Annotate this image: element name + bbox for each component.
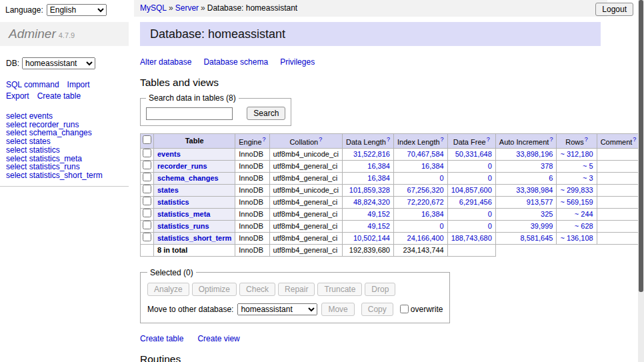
rows-count-link[interactable]: ~ 312,180 — [560, 150, 593, 158]
index-length-link[interactable]: 24,166,400 — [407, 234, 444, 242]
check-button[interactable]: Check — [239, 283, 275, 296]
rows-count-link[interactable]: ~ 569,159 — [560, 198, 593, 206]
row-checkbox-statistics-runs[interactable] — [143, 221, 151, 229]
index-length-link[interactable]: 0 — [440, 174, 444, 182]
column-help-link[interactable]: ? — [549, 136, 553, 143]
index-length-link[interactable]: 67,256,320 — [407, 186, 444, 194]
select-all-checkbox[interactable] — [143, 135, 151, 144]
column-help-link[interactable]: ? — [263, 136, 266, 143]
auto-increment-link[interactable]: 8,581,645 — [520, 234, 553, 242]
index-length-link[interactable]: 16,384 — [421, 210, 444, 218]
data-length-link[interactable]: 16,384 — [367, 162, 390, 170]
search-input[interactable] — [146, 107, 233, 120]
rows-count-link[interactable]: ~ 628 — [575, 222, 593, 230]
column-help-link[interactable]: ? — [319, 136, 322, 143]
link-import[interactable]: Import — [67, 80, 90, 89]
table-row: schema_changesInnoDButf8mb4_general_ci16… — [141, 172, 640, 184]
link-select-statistics[interactable]: select statistics — [6, 146, 129, 155]
auto-increment-link[interactable]: 913,577 — [527, 198, 553, 206]
table-link-recorder-runs[interactable]: recorder_runs — [157, 162, 207, 170]
rows-count-link[interactable]: ~ 136,108 — [560, 234, 593, 242]
db-select[interactable]: homeassistant — [22, 57, 95, 69]
auto-increment-link[interactable]: 33,398,984 — [516, 186, 553, 194]
language-select[interactable]: English — [47, 4, 107, 16]
auto-increment-link[interactable]: 33,898,196 — [516, 150, 553, 158]
link-select-events[interactable]: select events — [6, 112, 129, 121]
link-export[interactable]: Export — [6, 91, 29, 101]
auto-increment-link[interactable]: 39,999 — [531, 222, 553, 230]
repair-button[interactable]: Repair — [278, 283, 315, 296]
row-checkbox-statistics[interactable] — [143, 197, 151, 205]
truncate-button[interactable]: Truncate — [317, 283, 362, 296]
link-select-statistics-short-term[interactable]: select statistics_short_term — [6, 171, 129, 180]
optimize-button[interactable]: Optimize — [192, 283, 237, 296]
link-select-states[interactable]: select states — [6, 137, 129, 146]
auto-increment-link[interactable]: 325 — [541, 210, 553, 218]
row-checkbox-states[interactable] — [143, 185, 151, 193]
breadcrumb-server-link[interactable]: Server — [175, 3, 199, 13]
table-link-statistics[interactable]: statistics — [157, 198, 189, 206]
table-link-statistics-runs[interactable]: statistics_runs — [157, 222, 209, 230]
column-help-link[interactable]: ? — [487, 136, 490, 143]
data-free-link[interactable]: 0 — [488, 174, 492, 182]
analyze-button[interactable]: Analyze — [147, 283, 189, 296]
data-free-link[interactable]: 0 — [488, 162, 492, 170]
data-length-link[interactable]: 48,824,320 — [353, 198, 390, 206]
row-checkbox-recorder-runs[interactable] — [143, 161, 151, 169]
rows-count-link[interactable]: ~ 3 — [583, 174, 593, 182]
row-checkbox-statistics-short-term[interactable] — [143, 233, 151, 241]
link-alter-database[interactable]: Alter database — [140, 57, 191, 67]
table-link-statistics-meta[interactable]: statistics_meta — [157, 210, 211, 218]
data-free-link[interactable]: 104,857,600 — [451, 186, 492, 194]
index-length-link[interactable]: 0 — [440, 222, 444, 230]
index-length-link[interactable]: 72,220,672 — [407, 198, 444, 206]
auto-increment-link[interactable]: 6 — [549, 174, 553, 182]
column-help-link[interactable]: ? — [633, 136, 636, 143]
column-help-link[interactable]: ? — [387, 136, 390, 143]
data-length-link[interactable]: 101,859,328 — [349, 186, 390, 194]
data-free-link[interactable]: 50,331,648 — [455, 150, 492, 158]
move-db-select[interactable]: homeassistant — [237, 303, 317, 315]
overwrite-checkbox[interactable] — [400, 305, 409, 313]
drop-button[interactable]: Drop — [365, 283, 395, 296]
scrollbar[interactable] — [638, 0, 644, 362]
index-length-link[interactable]: 70,467,584 — [407, 150, 444, 158]
rows-count-link[interactable]: ~ 299,833 — [560, 186, 593, 194]
search-button[interactable]: Search — [247, 107, 285, 120]
row-checkbox-schema-changes[interactable] — [143, 173, 151, 181]
adminer-logo[interactable]: Adminer — [9, 27, 56, 41]
index-length-link[interactable]: 16,384 — [421, 162, 444, 170]
table-link-schema-changes[interactable]: schema_changes — [157, 174, 219, 182]
table-link-states[interactable]: states — [157, 186, 179, 194]
total-collation: utf8mb4_general_ci — [269, 244, 342, 256]
data-length-link[interactable]: 31,522,816 — [353, 150, 390, 158]
link-create-table[interactable]: Create table — [140, 334, 183, 343]
data-free-link[interactable]: 0 — [488, 210, 492, 218]
rows-count-link[interactable]: ~ 5 — [583, 162, 593, 170]
link-create-table[interactable]: Create table — [37, 91, 81, 101]
data-length-link[interactable]: 49,152 — [367, 222, 390, 230]
breadcrumb-mysql-link[interactable]: MySQL — [140, 3, 167, 13]
scrollbar-thumb[interactable] — [639, 0, 643, 292]
data-free-link[interactable]: 6,291,456 — [459, 198, 492, 206]
data-free-link[interactable]: 188,743,680 — [451, 234, 492, 242]
column-help-link[interactable]: ? — [441, 136, 444, 143]
link-create-view[interactable]: Create view — [197, 334, 239, 343]
link-privileges[interactable]: Privileges — [280, 57, 315, 67]
copy-button[interactable]: Copy — [361, 303, 393, 316]
data-length-link[interactable]: 49,152 — [367, 210, 390, 218]
row-checkbox-statistics-meta[interactable] — [143, 209, 151, 217]
table-link-statistics-short-term[interactable]: statistics_short_term — [157, 234, 231, 242]
data-length-link[interactable]: 16,384 — [367, 174, 390, 182]
data-length-link[interactable]: 10,502,144 — [353, 234, 390, 242]
table-link-events[interactable]: events — [157, 150, 181, 158]
logout-button[interactable]: Logout — [595, 3, 633, 16]
auto-increment-link[interactable]: 378 — [541, 162, 553, 170]
column-help-link[interactable]: ? — [585, 136, 588, 143]
link-database-schema[interactable]: Database schema — [203, 57, 268, 67]
row-checkbox-events[interactable] — [143, 149, 151, 157]
data-free-link[interactable]: 0 — [488, 222, 492, 230]
link-sql-command[interactable]: SQL command — [6, 80, 59, 89]
rows-count-link[interactable]: ~ 244 — [575, 210, 593, 218]
move-button[interactable]: Move — [321, 303, 354, 316]
